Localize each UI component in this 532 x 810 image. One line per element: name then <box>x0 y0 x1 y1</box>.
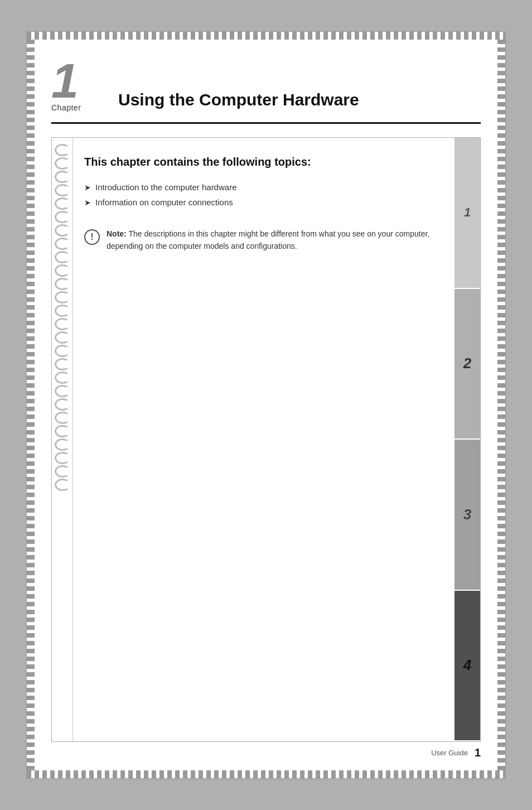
spiral-ring-26 <box>55 479 70 491</box>
spiral-ring-10 <box>55 264 70 277</box>
toc-heading: This chapter contains the following topi… <box>84 155 443 169</box>
chapter-number-big: 1 <box>51 56 79 105</box>
note-body: The descriptions in this chapter might b… <box>107 229 429 250</box>
page-inner: 1 Chapter Using the Computer Hardware <box>27 40 505 770</box>
spiral-ring-6 <box>55 211 70 223</box>
tab-4[interactable]: 4 <box>454 591 480 742</box>
header-rule <box>51 122 481 124</box>
note-label: Note: <box>107 229 127 238</box>
spiral-ring-2 <box>55 157 70 170</box>
tab-3-label: 3 <box>463 506 471 523</box>
top-border-strip <box>27 32 505 40</box>
spiral-ring-9 <box>55 251 70 263</box>
page-footer: User Guide 1 <box>51 742 481 759</box>
note-box: ! Note: The descriptions in this chapter… <box>84 228 443 252</box>
spiral-ring-19 <box>55 385 70 397</box>
spiral-ring-4 <box>55 184 70 196</box>
spiral-ring-20 <box>55 398 70 411</box>
spiral-ring-5 <box>55 197 70 210</box>
footer-guide-label: User Guide <box>431 749 468 757</box>
spiral-ring-18 <box>55 372 70 384</box>
tab-2[interactable]: 2 <box>454 289 480 440</box>
spiral-ring-11 <box>55 278 70 290</box>
notebook-content: This chapter contains the following topi… <box>73 138 454 741</box>
spiral-ring-21 <box>55 412 70 424</box>
tab-1[interactable]: 1 <box>454 138 480 289</box>
spiral-ring-7 <box>55 224 70 237</box>
tab-strip: 1 2 3 4 <box>454 138 480 741</box>
bottom-border-strip <box>27 770 505 778</box>
tab-4-label: 4 <box>463 657 471 674</box>
tab-3[interactable]: 3 <box>454 440 480 591</box>
spiral-ring-25 <box>55 465 70 478</box>
spiral-ring-23 <box>55 438 70 451</box>
note-exclamation-icon: ! <box>84 229 100 245</box>
chapter-header: 1 Chapter Using the Computer Hardware <box>51 56 481 118</box>
spiral-ring-8 <box>55 238 70 250</box>
spiral-ring-22 <box>55 425 70 437</box>
content-area: 1 Chapter Using the Computer Hardware <box>35 40 497 770</box>
spiral-ring-15 <box>55 331 70 344</box>
spiral-ring-17 <box>55 358 70 370</box>
spiral-ring-1 <box>55 144 70 156</box>
toc-arrow-icon: ➤ <box>84 198 91 207</box>
tab-2-label: 2 <box>463 355 471 372</box>
chapter-title: Using the Computer Hardware <box>118 90 359 112</box>
footer-page-number: 1 <box>475 746 481 759</box>
spiral-ring-3 <box>55 171 70 183</box>
spiral-ring-14 <box>55 318 70 330</box>
toc-item-1: Introduction to the computer hardware <box>95 182 236 192</box>
chapter-label: Chapter <box>51 103 81 112</box>
left-border-strip <box>27 40 35 770</box>
spiral-binding <box>52 138 73 741</box>
toc-item-2: Information on computer connections <box>95 197 233 207</box>
page: 1 Chapter Using the Computer Hardware <box>26 31 506 779</box>
spiral-ring-16 <box>55 345 70 357</box>
spiral-ring-13 <box>55 305 70 317</box>
spiral-ring-12 <box>55 291 70 303</box>
chapter-number-block: 1 Chapter <box>51 56 107 112</box>
note-text: Note: The descriptions in this chapter m… <box>107 228 443 252</box>
tab-1-label: 1 <box>464 205 471 220</box>
right-border-strip <box>497 40 505 770</box>
notebook-box: This chapter contains the following topi… <box>51 137 481 742</box>
toc-arrow-icon: ➤ <box>84 183 91 192</box>
list-item: ➤ Introduction to the computer hardware <box>84 182 443 192</box>
list-item: ➤ Information on computer connections <box>84 197 443 207</box>
toc-list: ➤ Introduction to the computer hardware … <box>84 182 443 213</box>
spiral-ring-24 <box>55 452 70 464</box>
